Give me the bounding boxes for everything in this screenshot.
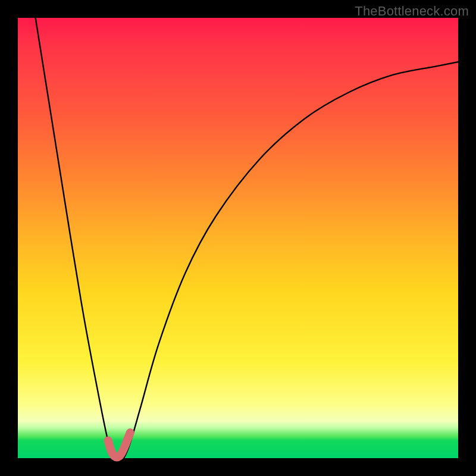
plot-area — [18, 18, 458, 458]
bottleneck-curve — [36, 18, 458, 459]
chart-frame: TheBottleneck.com — [0, 0, 476, 476]
chart-svg — [18, 18, 458, 458]
watermark-text: TheBottleneck.com — [355, 4, 469, 19]
